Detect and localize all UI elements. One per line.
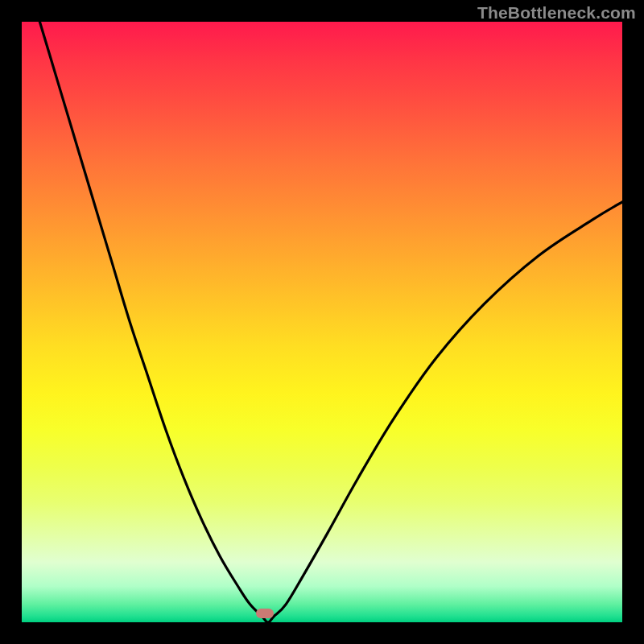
chart-frame: TheBottleneck.com (0, 0, 644, 644)
curve-path (22, 0, 622, 622)
minimum-marker (256, 609, 274, 618)
watermark-text: TheBottleneck.com (477, 3, 636, 23)
bottleneck-curve (22, 22, 622, 622)
plot-area (22, 22, 622, 622)
